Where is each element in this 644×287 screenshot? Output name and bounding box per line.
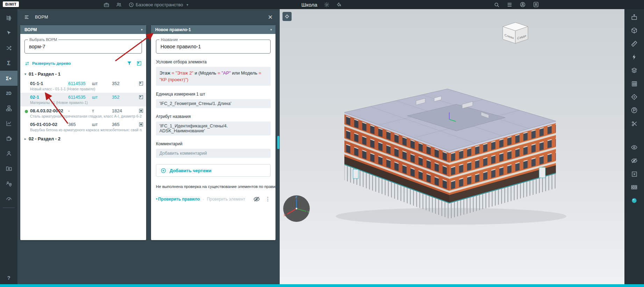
- row-qty: 6114535: [68, 81, 92, 86]
- workspace-dropdown[interactable]: Базовое пространство ▾: [136, 0, 188, 9]
- unit-label: Единица измерения 1 шт: [156, 92, 271, 97]
- tool-focus-target[interactable]: [624, 90, 644, 104]
- condition-part: "АР": [221, 70, 231, 76]
- visibility-off-icon[interactable]: [253, 196, 260, 203]
- gauge-icon: [6, 195, 12, 202]
- sidebar-item-dashboard[interactable]: [0, 191, 17, 206]
- tree-row-05-01-010[interactable]: 05-01-010-02 365 шт 365 Вырубка бетона и…: [20, 120, 146, 134]
- vorm-card-header[interactable]: ВОРМ ▾: [20, 25, 146, 34]
- row-subtitle: Вырубка бетона из арматурного каркаса же…: [20, 128, 142, 132]
- check-rule-link[interactable]: Проверить правило: [158, 197, 200, 202]
- tool-grid-table[interactable]: [624, 77, 644, 90]
- tree-row-08-4-03[interactable]: 08.4.03.02-0002 - т 1824 Сталь арматурна…: [20, 106, 146, 120]
- norm-card-icon[interactable]: [137, 108, 145, 113]
- add-drawings-button[interactable]: Добавить чертежи: [156, 164, 271, 177]
- workspace-label: Базовое пространство: [136, 2, 183, 7]
- history-globe-icon[interactable]: [128, 2, 134, 8]
- expand-tree-link[interactable]: Развернуть дерево: [32, 61, 71, 65]
- sidebar-item-project-access[interactable]: [0, 161, 17, 176]
- left-toolbar: Σ Σ+ 2D ?: [0, 9, 17, 284]
- tool-render-sphere[interactable]: [624, 194, 644, 207]
- tool-visibility-off[interactable]: [624, 154, 644, 167]
- tool-parking[interactable]: [624, 104, 644, 117]
- sigma-icon: Σ: [7, 60, 10, 66]
- rule-name-input[interactable]: [156, 40, 270, 53]
- sidebar-item-scheme[interactable]: [0, 101, 17, 116]
- tree-group-02[interactable]: ▸ 02 - Раздел - 2: [20, 134, 146, 144]
- caret-down-icon: ▾: [24, 72, 26, 76]
- view-cube[interactable]: Слева Сзади: [499, 20, 531, 47]
- sidebar-item-sum-plus[interactable]: Σ+: [0, 71, 17, 86]
- folder-user-icon: [6, 165, 12, 172]
- comment-label: Комментарий: [156, 141, 271, 146]
- tool-ruler[interactable]: [624, 37, 644, 50]
- unit-value[interactable]: 'IFC_2_Геометрия_Стены/1. Длина': [156, 99, 271, 108]
- panel-menu-icon[interactable]: [24, 14, 30, 20]
- menu-list-icon[interactable]: [507, 2, 513, 8]
- check-element-link[interactable]: Проверить элемент: [207, 197, 245, 202]
- tool-clear-selection[interactable]: [624, 167, 644, 181]
- share-icon[interactable]: [336, 2, 342, 8]
- row-subtitle: Материалы - 1 (Новое правило-1): [20, 100, 142, 105]
- tree-group-label: 02 - Раздел - 2: [29, 136, 60, 141]
- sidebar-item-users-location[interactable]: [0, 176, 17, 191]
- building-model[interactable]: [311, 79, 566, 226]
- search-icon[interactable]: [494, 2, 500, 8]
- sidebar-item-help[interactable]: ?: [0, 271, 17, 284]
- rule-card-header[interactable]: Новое правило-1 ▾: [151, 25, 276, 34]
- briefcase-icon[interactable]: [103, 2, 109, 8]
- sidebar-item-charts[interactable]: [0, 116, 17, 131]
- condition-part: =: [172, 70, 176, 76]
- tool-wall-mode[interactable]: [624, 181, 644, 194]
- help-icon: ?: [7, 275, 10, 281]
- tool-export-box[interactable]: [624, 10, 644, 24]
- chevron-down-icon: ▾: [270, 28, 272, 31]
- close-icon[interactable]: ✕: [266, 13, 274, 21]
- row-qty: 365: [68, 122, 92, 127]
- tool-section-cube[interactable]: [624, 24, 644, 37]
- user-badge-icon[interactable]: [533, 1, 539, 8]
- gear-icon[interactable]: [324, 2, 330, 8]
- focus-selection-button[interactable]: [282, 12, 292, 21]
- condition-part: "Этаж 2": [176, 70, 193, 76]
- sidebar-item-relations[interactable]: [0, 41, 17, 56]
- row-unit: т: [92, 108, 112, 113]
- element-card-icon[interactable]: [137, 81, 145, 86]
- vorm-panel: ВОРМ ✕ ВОРМ ▾ Выбрать ВОРМ Развернуть де…: [17, 9, 280, 284]
- row-unit: шт: [92, 81, 112, 86]
- tool-measure-lightning[interactable]: [624, 50, 644, 64]
- sidebar-item-user[interactable]: [0, 146, 17, 161]
- sidebar-item-select[interactable]: [0, 26, 17, 41]
- comment-input[interactable]: [156, 149, 271, 158]
- vorm-card: ВОРМ ▾ Выбрать ВОРМ Развернуть дерево: [20, 25, 146, 240]
- sidebar-item-sum[interactable]: Σ: [0, 56, 17, 71]
- vorm-select-input[interactable]: [25, 40, 142, 53]
- navigation-gizmo[interactable]: Z X Y: [282, 195, 310, 223]
- team-icon[interactable]: [116, 1, 122, 8]
- tree-row-01-1-1[interactable]: 01-1-1 6114535 шт 352 Новый класс - 01-1…: [20, 79, 146, 93]
- filter-icon[interactable]: [127, 61, 132, 66]
- sidebar-item-model-structure[interactable]: [0, 10, 17, 26]
- element-card-icon[interactable]: [137, 94, 145, 100]
- tool-layers[interactable]: [624, 64, 644, 77]
- row-count: 352: [112, 94, 137, 100]
- kebab-menu-icon[interactable]: ⋮: [265, 196, 271, 202]
- sidebar-item-2d[interactable]: 2D: [0, 86, 17, 101]
- gizmo-z-label: Z: [295, 195, 298, 199]
- 3d-viewport[interactable]: Слева Сзади Z X Y: [280, 9, 624, 284]
- tree-row-02-1[interactable]: 02-1 6114535 шт 352 Материалы - 1 (Новое…: [20, 93, 146, 106]
- add-drawings-label: Добавить чертежи: [170, 168, 212, 173]
- sidebar-item-plugins[interactable]: [0, 131, 17, 146]
- tool-section-cut[interactable]: [624, 117, 644, 130]
- norm-card-icon[interactable]: [137, 122, 145, 127]
- tree-group-01[interactable]: ▾ 01 - Раздел - 1: [20, 69, 146, 79]
- condition-expression[interactable]: Этаж = "Этаж 2" и (Модель = "АР" или Мод…: [156, 67, 271, 86]
- tool-visibility[interactable]: [624, 141, 644, 154]
- frame-select-icon[interactable]: [136, 61, 142, 66]
- status-dot-green: [25, 110, 28, 113]
- user-circle-icon[interactable]: [520, 1, 526, 8]
- attribute-value[interactable]: 'IFC_1_Идентификация_Стены/4. ADSK_Наиме…: [156, 121, 271, 135]
- expand-collapse-icon[interactable]: [24, 61, 30, 66]
- scrollbar-thumb[interactable]: [277, 136, 279, 149]
- row-subtitle: Сталь арматурная горячекатаная гладкая, …: [20, 114, 142, 118]
